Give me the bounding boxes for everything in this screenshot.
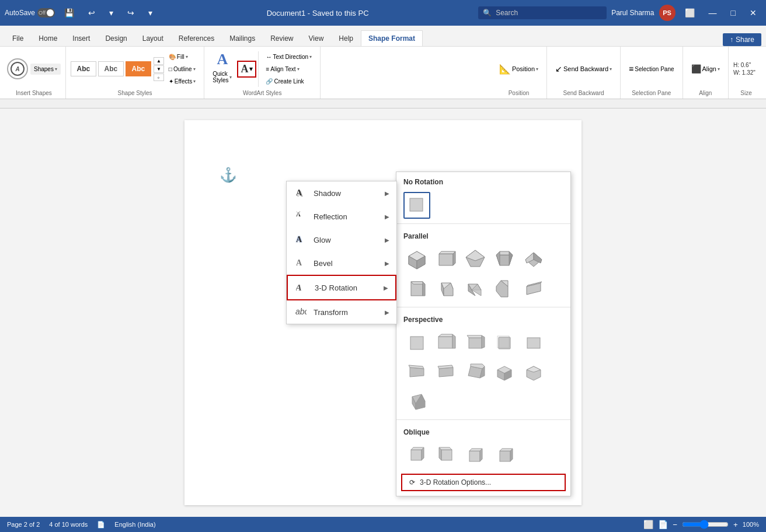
align-text-btn[interactable]: ≡Align Text▾ xyxy=(262,64,315,75)
tab-references[interactable]: References xyxy=(171,30,222,46)
shape-outline-btn[interactable]: □Outline▾ xyxy=(165,64,199,75)
menu-shadow[interactable]: A A Shadow ▶ xyxy=(287,181,396,205)
layout-view-btn[interactable]: ⬜ xyxy=(643,520,653,529)
tab-design[interactable]: Design xyxy=(98,30,134,46)
styles-scroll-up[interactable]: ▲ xyxy=(154,57,164,65)
redo-button[interactable]: ↪ xyxy=(123,6,139,20)
text-fill-a-btn[interactable]: A ▾ xyxy=(237,61,256,78)
menu-reflection[interactable]: A A Reflection ▶ xyxy=(287,205,396,228)
rotation-oblique-offset-top[interactable] xyxy=(462,275,489,302)
obl-item-4[interactable] xyxy=(491,442,518,469)
persp-item-5[interactable] xyxy=(520,330,547,356)
svg-rect-70 xyxy=(469,451,480,461)
rotation-thin-left[interactable] xyxy=(491,275,518,302)
no-rotation-title: No Rotation xyxy=(396,172,570,190)
persp-item-7[interactable] xyxy=(433,359,459,386)
selection-pane-group: ≡Selection Pane Selection Pane xyxy=(621,47,683,99)
parallel-title: Parallel xyxy=(396,226,570,244)
search-input[interactable] xyxy=(478,6,607,19)
language-icon: 📄 xyxy=(97,521,105,528)
svg-marker-75 xyxy=(510,449,513,461)
tab-mailings[interactable]: Mailings xyxy=(222,30,263,46)
send-backward-btn[interactable]: ↙Send Backward▾ xyxy=(552,62,615,76)
rotation-iso-left-up[interactable] xyxy=(520,246,547,273)
shadow-arrow: ▶ xyxy=(385,190,389,197)
shape-style-1[interactable]: Abc xyxy=(71,61,96,76)
persp-item-1[interactable] xyxy=(403,330,430,356)
persp-item-9[interactable] xyxy=(491,359,518,386)
send-backward-group: ↙Send Backward▾ Send Backward xyxy=(547,47,621,99)
save-button[interactable]: 💾 xyxy=(60,6,79,20)
menu-3d-rotation[interactable]: A 3-D Rotation ▶ xyxy=(287,275,396,300)
zoom-out-btn[interactable]: − xyxy=(673,520,677,529)
obl-item-2[interactable] xyxy=(433,442,459,469)
persp-item-6[interactable] xyxy=(403,359,430,386)
customize-qat-button[interactable]: ▾ xyxy=(144,6,157,20)
3d-rotation-options-label: 3-D Rotation Options... xyxy=(420,478,491,487)
menu-bevel[interactable]: A Bevel ▶ xyxy=(287,251,396,275)
avatar[interactable]: PS xyxy=(659,5,676,21)
rotation-flat[interactable] xyxy=(403,192,430,219)
tab-file[interactable]: File xyxy=(5,30,31,46)
tab-review[interactable]: Review xyxy=(263,30,301,46)
persp-item-11[interactable] xyxy=(403,388,430,415)
selection-pane-btn[interactable]: ≡Selection Pane xyxy=(625,62,677,76)
obl-item-1[interactable] xyxy=(403,442,430,469)
svg-marker-66 xyxy=(422,447,424,460)
ribbon-display-button[interactable]: ⬜ xyxy=(680,6,699,20)
shape-fill-btn[interactable]: 🎨Fill▾ xyxy=(165,51,199,62)
shapes-dropdown[interactable]: Shapes ▾ xyxy=(30,64,61,75)
menu-transform[interactable]: abc Transform ▶ xyxy=(287,300,396,324)
rotation-oblique-offset-bottom[interactable] xyxy=(433,275,459,302)
rotation-iso-bottom-down[interactable] xyxy=(491,246,518,273)
tab-home[interactable]: Home xyxy=(31,30,65,46)
language-label: English (India) xyxy=(114,521,155,528)
rotation-iso-top-up[interactable] xyxy=(462,246,489,273)
tab-help[interactable]: Help xyxy=(331,30,361,46)
shape-style-3[interactable]: Abc xyxy=(126,61,151,76)
parallel-grid xyxy=(396,244,570,304)
minimize-button[interactable]: — xyxy=(704,6,722,20)
undo-button[interactable]: ↩ xyxy=(83,6,100,20)
shape-effects-btn[interactable]: ✦Effects▾ xyxy=(165,76,199,87)
persp-item-2[interactable] xyxy=(433,330,459,356)
rotation-iso-left-down[interactable] xyxy=(403,246,430,273)
rotation-iso-right-up[interactable] xyxy=(433,246,459,273)
persp-item-10[interactable] xyxy=(520,359,547,386)
tab-shape-format[interactable]: Shape Format xyxy=(361,30,423,46)
styles-more[interactable]: ⬦ xyxy=(154,74,164,81)
3d-rotation-options-btn[interactable]: ⟳ 3-D Rotation Options... xyxy=(401,474,566,491)
toggle-knob xyxy=(47,9,54,16)
autosave-toggle[interactable]: Off xyxy=(37,8,55,18)
quick-styles-btn[interactable]: QuickStyles ▾ xyxy=(209,68,235,86)
rotation-flat-tilt[interactable] xyxy=(520,275,547,302)
menu-glow[interactable]: A A Glow ▶ xyxy=(287,228,396,251)
share-button[interactable]: ↑ Share xyxy=(723,33,761,46)
persp-item-4[interactable] xyxy=(491,330,518,356)
rotation-iso-right-down[interactable] xyxy=(403,275,430,302)
create-link-btn[interactable]: 🔗Create Link xyxy=(262,76,315,87)
close-button[interactable]: ✕ xyxy=(745,6,761,20)
persp-item-3[interactable] xyxy=(462,330,489,356)
maximize-button[interactable]: □ xyxy=(726,6,740,20)
styles-scroll-down[interactable]: ▼ xyxy=(154,65,164,73)
align-btn[interactable]: ⬛Align▾ xyxy=(688,62,723,76)
zoom-in-btn[interactable]: + xyxy=(733,520,738,529)
glow-arrow: ▶ xyxy=(385,237,389,243)
print-layout-btn[interactable]: 📄 xyxy=(658,520,668,529)
zoom-slider[interactable] xyxy=(682,520,729,529)
position-btn[interactable]: 📐Position▾ xyxy=(496,61,542,77)
obl-item-3[interactable] xyxy=(462,442,489,469)
tab-view[interactable]: View xyxy=(301,30,332,46)
shape-styles-group: Abc Abc Abc ▲ ▼ ⬦ 🎨Fill▾ □Outline▾ ✦Effe… xyxy=(66,47,204,99)
shape-style-2[interactable]: Abc xyxy=(98,61,124,76)
svg-marker-15 xyxy=(439,251,455,254)
svg-rect-64 xyxy=(411,450,422,460)
undo-dropdown[interactable]: ▾ xyxy=(105,6,118,20)
tab-layout[interactable]: Layout xyxy=(135,30,171,46)
ribbon-content: A Shapes ▾ Insert Shapes Abc Abc Abc ▲ ▼ xyxy=(0,47,766,99)
tab-insert[interactable]: Insert xyxy=(65,30,98,46)
persp-item-8[interactable] xyxy=(462,359,489,386)
text-direction-btn[interactable]: ↔Text Direction▾ xyxy=(262,51,315,62)
share-icon: ↑ xyxy=(730,36,733,44)
